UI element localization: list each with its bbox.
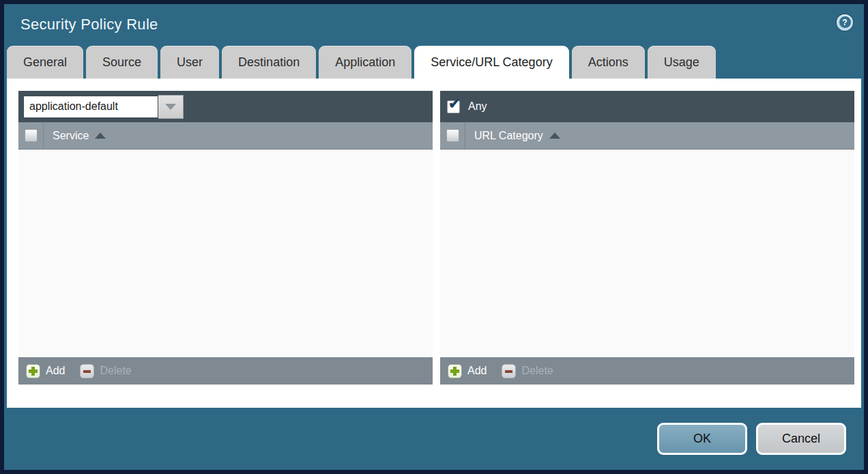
service-type-input[interactable] bbox=[23, 96, 158, 118]
service-panel: Service Add Delete bbox=[18, 91, 433, 385]
sort-ascending-icon bbox=[549, 133, 560, 139]
url-category-delete-button[interactable]: Delete bbox=[502, 364, 553, 378]
tab-usage[interactable]: Usage bbox=[648, 46, 716, 79]
plus-icon bbox=[448, 364, 462, 378]
tab-application[interactable]: Application bbox=[319, 46, 411, 79]
dialog-footer: OK Cancel bbox=[4, 408, 864, 470]
service-header-checkbox-cell bbox=[18, 122, 44, 149]
minus-icon bbox=[502, 364, 516, 378]
titlebar: Security Policy Rule ? bbox=[4, 4, 864, 44]
tab-content: Service Add Delete ✔ bbox=[7, 79, 861, 408]
sort-ascending-icon bbox=[95, 133, 106, 139]
url-category-column-header: URL Category bbox=[440, 122, 854, 150]
page-title: Security Policy Rule bbox=[20, 16, 158, 33]
security-policy-rule-dialog: Security Policy Rule ? General Source Us… bbox=[0, 0, 868, 474]
service-type-dropdown-button[interactable] bbox=[158, 95, 184, 119]
url-category-panel: ✔ Any URL Category Add bbox=[440, 91, 854, 385]
add-button-label: Add bbox=[467, 365, 487, 377]
tab-user[interactable]: User bbox=[160, 46, 219, 79]
help-icon: ? bbox=[839, 16, 851, 28]
help-button[interactable]: ? bbox=[837, 14, 853, 31]
delete-button-label: Delete bbox=[521, 365, 553, 377]
delete-button-label: Delete bbox=[100, 365, 131, 377]
chevron-down-icon bbox=[165, 104, 176, 110]
tab-bar: General Source User Destination Applicat… bbox=[4, 44, 864, 79]
service-select-all-checkbox[interactable] bbox=[25, 129, 38, 142]
tab-service-url-category[interactable]: Service/URL Category bbox=[414, 46, 568, 79]
service-list bbox=[18, 150, 433, 357]
plus-icon bbox=[26, 364, 40, 378]
url-category-select-all-checkbox[interactable] bbox=[446, 129, 459, 142]
service-toolbar: Add Delete bbox=[18, 357, 433, 385]
any-row: ✔ Any bbox=[445, 100, 487, 113]
url-category-header-checkbox-cell bbox=[440, 122, 465, 149]
tab-general[interactable]: General bbox=[7, 46, 83, 79]
service-column-header: Service bbox=[18, 122, 433, 150]
add-button-label: Add bbox=[46, 365, 65, 377]
service-add-button[interactable]: Add bbox=[26, 364, 65, 378]
any-checkbox-label: Any bbox=[468, 100, 487, 113]
service-delete-button[interactable]: Delete bbox=[80, 364, 131, 378]
service-type-bar bbox=[18, 91, 433, 122]
url-category-any-bar: ✔ Any bbox=[440, 91, 854, 122]
any-checkbox[interactable]: ✔ bbox=[447, 100, 460, 113]
service-column-label[interactable]: Service bbox=[53, 130, 89, 142]
url-category-column-label[interactable]: URL Category bbox=[474, 130, 543, 142]
minus-icon bbox=[80, 364, 94, 378]
url-category-add-button[interactable]: Add bbox=[448, 364, 487, 378]
checkmark-icon: ✔ bbox=[448, 96, 461, 111]
tab-source[interactable]: Source bbox=[86, 46, 158, 79]
ok-button[interactable]: OK bbox=[657, 423, 747, 455]
tab-destination[interactable]: Destination bbox=[222, 46, 316, 79]
url-category-list bbox=[440, 150, 854, 357]
url-category-toolbar: Add Delete bbox=[440, 357, 854, 385]
tab-actions[interactable]: Actions bbox=[572, 46, 645, 79]
cancel-button[interactable]: Cancel bbox=[756, 423, 846, 455]
